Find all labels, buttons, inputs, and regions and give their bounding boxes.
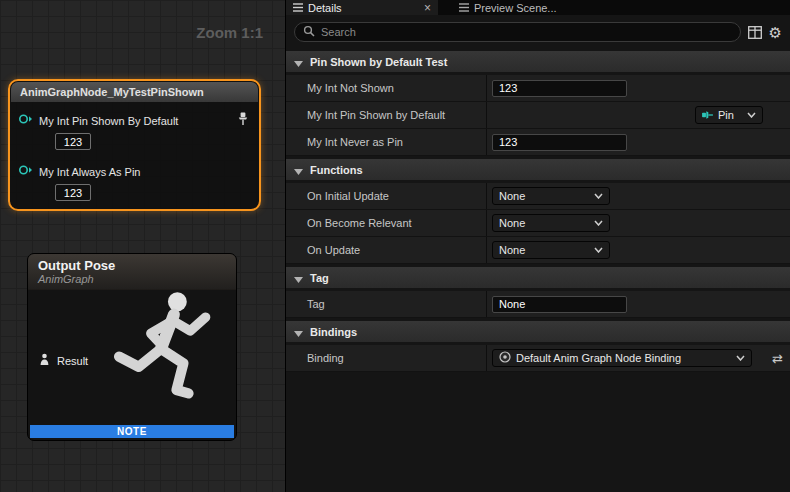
node-pin-row: My Int Pin Shown By Default <box>11 112 258 130</box>
panel-tab-bar: Details × Preview Scene... <box>286 0 790 15</box>
pin-int-value-field[interactable] <box>55 133 91 150</box>
section-header[interactable]: Pin Shown by Default Test <box>286 51 790 72</box>
tab-preview-scene[interactable]: Preview Scene... <box>452 0 564 15</box>
details-tab-icon <box>293 2 303 14</box>
pin-label: My Int Always As Pin <box>39 166 140 178</box>
node-subtitle: AnimGraph <box>38 273 236 285</box>
tab-label: Preview Scene... <box>474 2 557 14</box>
section-functions: Functions On Initial Update None On Beco… <box>286 159 790 264</box>
node-pin-row: My Int Always As Pin <box>11 163 258 181</box>
tab-label: Details <box>308 2 342 14</box>
close-icon[interactable]: × <box>424 2 431 14</box>
section-header[interactable]: Tag <box>286 267 790 288</box>
on-initial-update-dropdown[interactable]: None <box>492 187 610 205</box>
chevron-down-icon <box>594 220 603 226</box>
property-row-binding: Binding Default Anim Graph Node Binding <box>286 345 790 372</box>
property-row-on-initial-update: On Initial Update None <box>286 183 790 210</box>
zoom-level-indicator: Zoom 1:1 <box>196 24 263 41</box>
search-icon <box>303 23 315 41</box>
chevron-down-icon <box>294 323 303 341</box>
chevron-down-icon <box>747 112 756 118</box>
chevron-down-icon <box>294 53 303 71</box>
details-panel: Details × Preview Scene... <box>285 0 790 492</box>
settings-gear-icon[interactable]: ⚙ <box>769 25 782 40</box>
pin-label: My Int Pin Shown By Default <box>39 115 178 127</box>
binding-class-icon <box>499 351 511 365</box>
data-pin-icon[interactable] <box>18 163 33 181</box>
section-pin-shown-by-default-test: Pin Shown by Default Test My Int Not Sho… <box>286 51 790 156</box>
chevron-down-icon <box>294 269 303 287</box>
section-header[interactable]: Bindings <box>286 321 790 342</box>
binding-class-dropdown[interactable]: Default Anim Graph Node Binding <box>492 349 752 367</box>
property-row-tag: Tag <box>286 291 790 318</box>
data-pin-icon[interactable] <box>18 112 33 130</box>
node-title: Output Pose <box>38 258 236 273</box>
search-box[interactable] <box>294 22 741 42</box>
property-row-my-int-pin-shown-by-default: My Int Pin Shown by Default <box>286 102 790 129</box>
pin-icon <box>702 110 714 121</box>
on-update-dropdown[interactable]: None <box>492 241 610 259</box>
chevron-down-icon <box>736 355 745 361</box>
section-bindings: Bindings Binding Default Anim Graph Node… <box>286 321 790 372</box>
preview-scene-tab-icon <box>459 2 469 14</box>
output-pose-node-header[interactable]: Output Pose AnimGraph <box>28 254 236 290</box>
note-banner: NOTE <box>30 425 234 438</box>
anim-graph-node-selected[interactable]: AnimGraphNode_MyTestPinShown My Int Pin … <box>8 79 261 211</box>
pin-visibility-dropdown[interactable]: Pin <box>695 106 763 124</box>
section-header[interactable]: Functions <box>286 159 790 180</box>
details-toolbar: ⚙ <box>286 15 790 48</box>
display-filter-grid-icon[interactable] <box>748 26 762 39</box>
on-become-relevant-dropdown[interactable]: None <box>492 214 610 232</box>
thumbtack-pin-icon[interactable] <box>237 112 249 130</box>
node-title[interactable]: AnimGraphNode_MyTestPinShown <box>11 82 258 102</box>
chevron-down-icon <box>594 247 603 253</box>
pin-int-value-field[interactable] <box>55 184 91 201</box>
pose-pin-icon <box>38 353 51 368</box>
tab-details[interactable]: Details × <box>286 0 438 15</box>
my-int-not-shown-field[interactable] <box>492 80 627 97</box>
tag-field[interactable] <box>492 296 627 313</box>
property-row-on-update: On Update None <box>286 237 790 264</box>
result-pin-label: Result <box>57 355 88 367</box>
property-row-on-become-relevant: On Become Relevant None <box>286 210 790 237</box>
chevron-down-icon <box>594 193 603 199</box>
chevron-down-icon <box>294 161 303 179</box>
output-pose-node[interactable]: Output Pose AnimGraph <box>27 253 237 441</box>
my-int-never-as-pin-field[interactable] <box>492 134 627 151</box>
result-pin[interactable]: Result <box>38 353 88 368</box>
anim-graph-canvas[interactable]: Zoom 1:1 AnimGraphNode_MyTestPinShown My… <box>0 0 285 492</box>
property-row-my-int-not-shown: My Int Not Shown <box>286 75 790 102</box>
search-input[interactable] <box>321 26 732 38</box>
section-tag: Tag Tag <box>286 267 790 318</box>
reset-to-default-icon[interactable]: ⇄ <box>772 352 783 365</box>
mannequin-thumbnail <box>81 282 236 436</box>
property-row-my-int-never-as-pin: My Int Never as Pin <box>286 129 790 156</box>
